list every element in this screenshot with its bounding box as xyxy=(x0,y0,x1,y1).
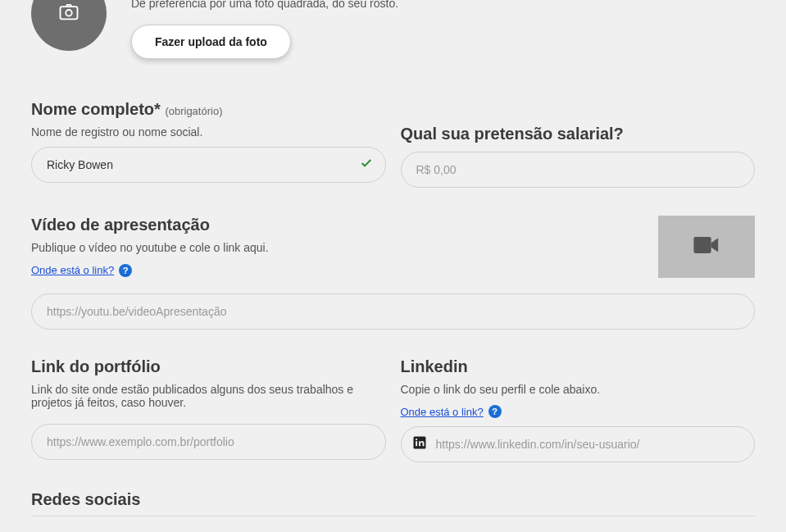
portfolio-link-input[interactable] xyxy=(31,424,386,460)
video-input-wrap xyxy=(31,293,755,330)
photo-section: Dê preferência por uma foto quadrada, do… xyxy=(31,0,755,59)
name-title: Nome completo* (obrigatório) xyxy=(31,100,386,119)
video-title: Vídeo de apresentação xyxy=(31,216,642,234)
svg-point-5 xyxy=(415,439,416,440)
salary-input[interactable] xyxy=(401,152,756,188)
salary-title: Qual sua pretensão salarial? xyxy=(401,125,756,143)
video-section: Vídeo de apresentação Publique o vídeo n… xyxy=(31,216,755,285)
linkedin-subtext: Copie o link do seu perfil e cole abaixo… xyxy=(401,383,756,396)
name-subtext: Nome de registro ou nome social. xyxy=(31,125,386,139)
video-help-link[interactable]: Onde está o link? ? xyxy=(31,264,132,277)
salary-column: Qual sua pretensão salarial? xyxy=(401,100,756,188)
svg-rect-4 xyxy=(416,441,417,446)
photo-hint: Dê preferência por uma foto quadrada, do… xyxy=(131,0,755,10)
avatar-placeholder-wrap xyxy=(31,0,107,51)
help-icon: ? xyxy=(119,264,132,277)
linkedin-icon xyxy=(412,435,427,453)
linkedin-input-wrap xyxy=(401,426,756,462)
video-subtext: Publique o vídeo no youtube e cole o lin… xyxy=(31,241,642,254)
portfolio-input-wrap xyxy=(31,424,386,460)
linkedin-link-input[interactable] xyxy=(401,426,756,462)
name-salary-row: Nome completo* (obrigatório) Nome de reg… xyxy=(31,100,755,188)
svg-rect-2 xyxy=(693,237,711,253)
salary-input-wrap xyxy=(401,152,756,188)
linkedin-title: Linkedin xyxy=(401,357,756,376)
name-input-wrap xyxy=(31,147,386,183)
social-title: Redes sociais xyxy=(31,490,755,509)
video-thumbnail-placeholder xyxy=(658,216,755,278)
portfolio-linkedin-row: Link do portfólio Link do site onde estã… xyxy=(31,357,755,463)
name-title-text: Nome completo* xyxy=(31,100,161,118)
name-column: Nome completo* (obrigatório) Nome de reg… xyxy=(31,100,386,188)
upload-photo-button[interactable]: Fazer upload da foto xyxy=(131,25,291,59)
avatar-placeholder[interactable] xyxy=(31,0,107,51)
linkedin-help-link[interactable]: Onde está o link? ? xyxy=(401,405,502,418)
portfolio-title: Link do portfólio xyxy=(31,357,386,376)
video-help-label: Onde está o link? xyxy=(31,264,114,276)
check-icon xyxy=(360,157,373,173)
svg-point-1 xyxy=(66,10,71,16)
full-name-input[interactable] xyxy=(31,147,386,183)
help-icon: ? xyxy=(488,405,502,418)
photo-right: Dê preferência por uma foto quadrada, do… xyxy=(131,0,755,59)
linkedin-column: Linkedin Copie o link do seu perfil e co… xyxy=(401,357,756,463)
svg-rect-0 xyxy=(61,7,78,19)
video-link-input[interactable] xyxy=(31,293,755,330)
divider xyxy=(31,516,755,516)
linkedin-help-label: Onde está o link? xyxy=(401,406,484,418)
portfolio-column: Link do portfólio Link do site onde estã… xyxy=(31,357,386,463)
video-camera-icon xyxy=(693,234,720,259)
video-left: Vídeo de apresentação Publique o vídeo n… xyxy=(31,216,642,285)
portfolio-subtext: Link do site onde estão publicados algun… xyxy=(31,383,386,416)
name-required-label: (obrigatório) xyxy=(165,105,222,117)
camera-icon xyxy=(57,0,80,26)
